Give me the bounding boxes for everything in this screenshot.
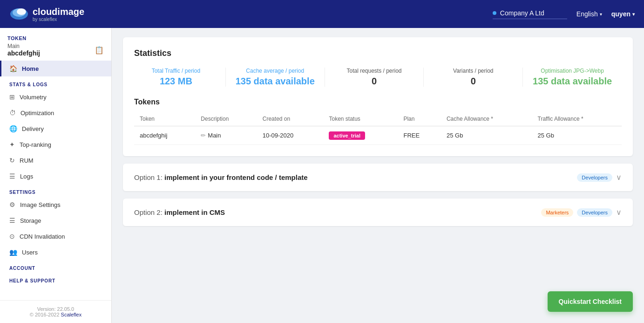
col-plan: Plan (398, 112, 441, 126)
user-menu[interactable]: quyen ▾ (611, 10, 635, 18)
optimization-icon: ⏱ (9, 109, 16, 117)
token-info: Main abcdefghij 📋 (7, 43, 104, 57)
sidebar-home-label: Home (22, 65, 39, 72)
sidebar-item-logs[interactable]: ☰ Logs (0, 168, 111, 184)
main-layout: TOKEN Main abcdefghij 📋 🏠 Home STATS & L… (0, 28, 644, 323)
token-section-label: TOKEN (7, 35, 104, 41)
logs-icon: ☰ (9, 172, 15, 180)
sidebar-item-top-ranking[interactable]: ✦ Top-ranking (0, 137, 111, 152)
row-description: ✏Main (195, 126, 257, 145)
sidebar-item-optimization[interactable]: ⏱ Optimization (0, 105, 111, 121)
developers-badge-2: Developers (577, 208, 612, 217)
quickstart-button[interactable]: Quickstart Checklist (548, 291, 633, 312)
delivery-icon: 🌐 (9, 125, 17, 132)
statistics-card: Statistics Total Traffic / period 123 MB… (123, 37, 633, 156)
sidebar-item-rum[interactable]: ↻ RUM (0, 152, 111, 168)
option2-text: implement in CMS (164, 208, 225, 216)
company-selector[interactable]: Company A Ltd (493, 9, 567, 19)
option2-card: Option 2: implement in CMS Marketers Dev… (123, 199, 633, 226)
option1-badges: Developers ∨ (577, 173, 622, 182)
row-traffic-allowance: 25 Gb (532, 126, 622, 145)
tokens-table: Token Description Created on Token statu… (134, 112, 622, 145)
stat-cache-average-label: Cache average / period (233, 68, 317, 74)
sidebar-top-ranking-label: Top-ranking (20, 141, 51, 148)
token-section: TOKEN Main abcdefghij 📋 (0, 28, 111, 61)
users-icon: 👥 (9, 248, 17, 256)
stat-total-traffic-label: Total Traffic / period (134, 68, 218, 74)
sidebar-storage-label: Storage (20, 217, 41, 224)
main-content: Statistics Total Traffic / period 123 MB… (112, 28, 644, 323)
image-settings-icon: ⚙ (9, 201, 15, 208)
sidebar-rum-label: RUM (20, 157, 34, 164)
stat-variants: Variants / period 0 (424, 68, 523, 87)
sidebar: TOKEN Main abcdefghij 📋 🏠 Home STATS & L… (0, 28, 112, 323)
row-created-on: 10-09-2020 (257, 126, 324, 145)
option2-title: Option 2: implement in CMS (134, 208, 225, 216)
option1-title: Option 1: implement in your frontend cod… (134, 173, 308, 181)
stat-variants-label: Variants / period (431, 68, 515, 74)
col-created-on: Created on (257, 112, 324, 126)
table-row: abcdefghij ✏Main 10-09-2020 active_trial… (134, 126, 622, 145)
edit-icon[interactable]: ✏ (201, 132, 206, 139)
stat-total-traffic: Total Traffic / period 123 MB (134, 68, 226, 87)
scaleflex-link[interactable]: Scaleflex (61, 312, 82, 317)
option1-header[interactable]: Option 1: implement in your frontend cod… (123, 164, 633, 191)
option2-header[interactable]: Option 2: implement in CMS Marketers Dev… (123, 199, 633, 226)
sidebar-users-label: Users (22, 249, 38, 256)
row-plan: FREE (398, 126, 441, 145)
option1-prefix: Option 1: (134, 173, 164, 181)
option1-card: Option 1: implement in your frontend cod… (123, 164, 633, 191)
stat-total-traffic-value: 123 MB (134, 76, 218, 87)
option2-prefix: Option 2: (134, 208, 164, 216)
sidebar-delivery-label: Delivery (22, 125, 44, 132)
status-badge: active_trial (329, 131, 365, 140)
language-selector[interactable]: English ▾ (576, 10, 602, 18)
col-token-status: Token status (323, 112, 398, 126)
sidebar-logs-label: Logs (20, 173, 33, 180)
volumetry-icon: ⊞ (9, 93, 15, 101)
option1-text: implement in your frontend code / templa… (164, 173, 308, 181)
stat-total-requests-value: 0 (332, 76, 416, 87)
app-header: cloudimage by scaleflex Company A Ltd En… (0, 0, 644, 28)
cdn-invalidation-icon: ⊙ (9, 233, 15, 240)
stat-total-requests-label: Total requests / period (332, 68, 416, 74)
storage-icon: ☰ (9, 217, 15, 224)
sidebar-optimization-label: Optimization (20, 110, 54, 117)
sidebar-image-settings-label: Image Settings (20, 201, 61, 208)
row-cache-allowance: 25 Gb (441, 126, 532, 145)
sidebar-item-users[interactable]: 👥 Users (0, 244, 111, 260)
stats-logs-section-label: STATS & LOGS (0, 76, 111, 89)
tokens-section-title: Tokens (134, 98, 622, 106)
logo-sub: by scaleflex (33, 17, 84, 22)
sidebar-item-volumetry[interactable]: ⊞ Volumetry (0, 89, 111, 105)
home-icon: 🏠 (9, 65, 17, 72)
stat-total-requests: Total requests / period 0 (325, 68, 424, 87)
sidebar-item-delivery[interactable]: 🌐 Delivery (0, 121, 111, 137)
stat-optimisation-value: 135 data available (530, 76, 614, 87)
stat-optimisation-label: Optimisation JPG->Webp (530, 68, 614, 74)
sidebar-item-image-settings[interactable]: ⚙ Image Settings (0, 197, 111, 213)
sidebar-item-cdn-invalidation[interactable]: ⊙ CDN Invalidation (0, 228, 111, 244)
sidebar-cdn-invalidation-label: CDN Invalidation (20, 233, 65, 240)
token-main-label: Main (7, 43, 40, 49)
stats-row: Total Traffic / period 123 MB Cache aver… (134, 68, 622, 87)
stat-variants-value: 0 (431, 76, 515, 87)
col-cache-allowance: Cache Allowance * (441, 112, 532, 126)
sidebar-item-storage[interactable]: ☰ Storage (0, 213, 111, 228)
logo-text: cloudimage (33, 7, 84, 17)
sidebar-item-home[interactable]: 🏠 Home (0, 61, 111, 76)
row-status: active_trial (323, 126, 398, 145)
col-traffic-allowance: Traffic Allowance * (532, 112, 622, 126)
help-section-label: HELP & SUPPORT (0, 273, 111, 285)
logo[interactable]: cloudimage by scaleflex (9, 4, 84, 24)
user-chevron-icon: ▾ (632, 12, 635, 17)
row-token: abcdefghij (134, 126, 195, 145)
stat-cache-average: Cache average / period 135 data availabl… (226, 68, 325, 87)
sidebar-volumetry-label: Volumetry (20, 94, 47, 101)
copy-icon[interactable]: 📋 (95, 46, 104, 55)
language-chevron-icon: ▾ (600, 12, 602, 17)
company-name: Company A Ltd (500, 9, 544, 17)
company-status-dot (493, 11, 496, 15)
marketers-badge: Marketers (541, 208, 573, 217)
account-section-label: ACCOUNT (0, 260, 111, 273)
